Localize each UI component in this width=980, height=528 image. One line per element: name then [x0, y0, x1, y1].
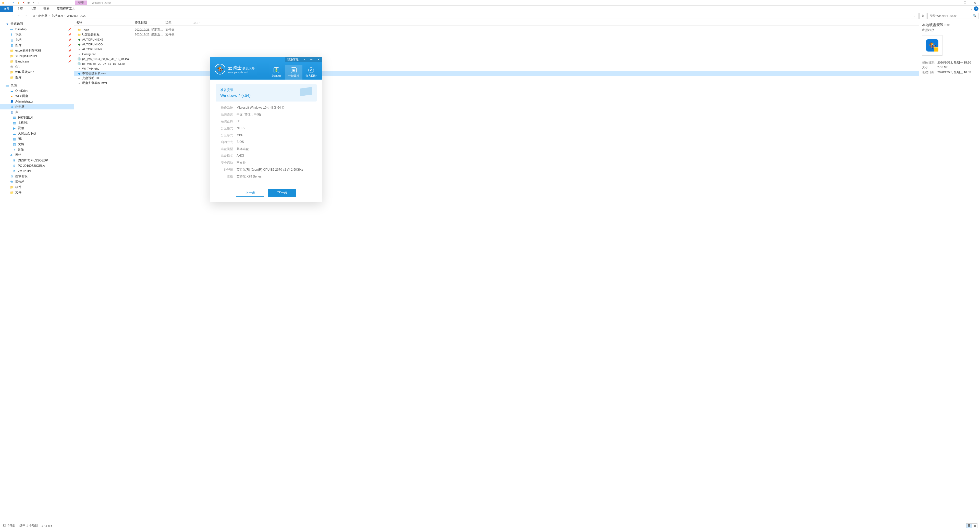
nav-yunru[interactable]: 📁YUNQISHI2019📌 [0, 53, 74, 59]
nav-software[interactable]: 📁软件 [0, 184, 74, 190]
maximize-button[interactable]: ☐ [959, 0, 970, 6]
nav-video[interactable]: ▶视频 [0, 125, 74, 131]
minimize-icon[interactable]: ─ [308, 57, 315, 62]
search-box[interactable]: 🔍 [928, 13, 978, 19]
menu-icon[interactable]: ≡ [301, 57, 308, 62]
nav-music[interactable]: ♪音乐 [0, 147, 74, 152]
nav-label: 音乐 [18, 147, 24, 152]
install-card: 准备安装: Windows 7 (x64) [216, 84, 317, 101]
file-row[interactable]: 💿pe_yqs_xp_20_07_31_15_53.iso [74, 61, 919, 66]
nav-pc2[interactable]: 🖥PC-20190530OBLA [0, 163, 74, 168]
nav-files[interactable]: 📁文件 [0, 190, 74, 195]
nav-docs[interactable]: ▤文档📌 [0, 37, 74, 43]
contact-button[interactable]: 联系客服 [285, 57, 301, 62]
crumb-drive[interactable]: 文档 (E:) [50, 14, 64, 18]
file-row[interactable]: 📁Tools2020/12/25, 星期五 1...文件夹 [74, 27, 919, 32]
preview-pane: 本地硬盘安装.exe 应用程序 🏇 修改日期:2020/10/12, 星期一 1… [919, 20, 980, 523]
next-button[interactable]: 下一步 [268, 189, 296, 197]
forward-button[interactable]: → [9, 13, 15, 19]
nav-win7re[interactable]: 📁win7重装win7 [0, 70, 74, 75]
nav-controlpanel[interactable]: ⚙控制面板 [0, 174, 74, 179]
nav-wps[interactable]: ●WPS网盘 [0, 94, 74, 99]
info-value: 基本磁盘 [237, 147, 249, 151]
properties-icon[interactable]: ◉ [27, 1, 30, 5]
file-row[interactable]: ◆本地硬盘安装.exe [74, 71, 919, 76]
close-button[interactable]: ✕ [970, 0, 980, 6]
nav-libraries[interactable]: ▥库 [0, 109, 74, 115]
file-row[interactable]: ▫AUTORUN.INF [74, 47, 919, 52]
nav-pictures2[interactable]: 📁图片 [0, 75, 74, 80]
tab-website[interactable]: e官方网址 [302, 65, 320, 79]
nav-quick-access[interactable]: ★快速访问 [0, 21, 74, 27]
nav-excel[interactable]: 📁excel表格制作求和📌 [0, 48, 74, 53]
search-icon[interactable]: 🔍 [973, 14, 977, 17]
folder-icon[interactable]: ▮ [16, 1, 21, 5]
nav-thispc[interactable]: 🖥此电脑 [0, 104, 74, 109]
details-view-button[interactable]: ☰ [966, 523, 972, 528]
file-row[interactable]: ▫Win7x64.gho [74, 66, 919, 71]
col-name[interactable]: 名称⌵ [74, 20, 133, 25]
back-button[interactable]: ← [2, 13, 8, 19]
minimize-button[interactable]: ─ [950, 0, 959, 6]
nav-pictures[interactable]: ▦图片📌 [0, 43, 74, 48]
nav-admin[interactable]: 👤Administrator [0, 99, 74, 104]
info-row: 操作系统Microsoft Windows 10 企业版 64 位 [217, 106, 316, 110]
ribbon-home[interactable]: 主页 [13, 6, 27, 12]
ribbon-share[interactable]: 共享 [27, 6, 40, 12]
manage-tab[interactable]: 管理 [75, 0, 87, 5]
thumbnails-view-button[interactable]: ▦ [972, 523, 977, 528]
ribbon-apptools[interactable]: 应用程序工具 [53, 6, 79, 12]
nav-tianyi[interactable]: ☁天翼云盘下载 [0, 131, 74, 136]
info-label: 系统语言 [217, 113, 233, 117]
search-input[interactable] [929, 14, 973, 17]
nav-desktop-header[interactable]: ▬桌面 [0, 82, 74, 88]
recent-dropdown[interactable]: ▾ [16, 13, 22, 19]
ribbon-view[interactable]: 查看 [40, 6, 53, 12]
nav-downloads[interactable]: ⬇下载📌 [0, 32, 74, 37]
refresh-button[interactable]: ↻ [919, 13, 926, 19]
picture-icon: ▦ [12, 137, 16, 141]
delete-icon[interactable]: ✕ [21, 1, 25, 5]
info-label: 启动方式 [217, 140, 233, 144]
col-size[interactable]: 大小 [191, 20, 217, 25]
file-row[interactable]: ◆AUTORUN.EXE [74, 37, 919, 42]
nav-pc3[interactable]: 🖥ZMT2019 [0, 168, 74, 174]
file-row[interactable]: 💿pe_yqs_1064_20_07_31_16_04.iso [74, 56, 919, 61]
addressbar-dropdown[interactable]: ⌵ [912, 13, 918, 19]
file-row[interactable]: ◆AUTORUN.ICO [74, 42, 919, 47]
prev-button[interactable]: 上一步 [236, 189, 264, 197]
help-icon[interactable]: ? [974, 6, 978, 11]
nav-label: 桌面 [11, 83, 17, 87]
nav-bandicam[interactable]: 📁Bandicam📌 [0, 59, 74, 64]
nav-localphotos[interactable]: ▦本机照片 [0, 120, 74, 125]
nav-onedrive[interactable]: ☁OneDrive [0, 88, 74, 94]
nav-docs2[interactable]: ▤文档 [0, 141, 74, 147]
dropdown-icon[interactable]: ▾ [32, 1, 36, 5]
nav-savedpics[interactable]: ▦保存的图片 [0, 115, 74, 120]
nav-pictures3[interactable]: ▦图片 [0, 136, 74, 141]
chevron-down-icon[interactable]: ⌵ [970, 7, 972, 11]
nav-recycle[interactable]: 🗑回收站 [0, 179, 74, 184]
file-row[interactable]: 📁U盘安装教程2020/12/25, 星期五 1...文件夹 [74, 32, 919, 37]
col-type[interactable]: 类型 [163, 20, 191, 25]
file-row[interactable]: ▫Config.dat [74, 52, 919, 56]
nav-network[interactable]: 🖧网络 [0, 152, 74, 158]
pin-icon: 📌 [68, 44, 71, 47]
crumb-thispc[interactable]: 此电脑 [37, 14, 48, 18]
ribbon-file[interactable]: 文件 [0, 6, 13, 12]
nav-pc1[interactable]: 🖥DESKTOP-LSSOEDP [0, 158, 74, 163]
nav-desktop[interactable]: ▬Desktop📌 [0, 27, 74, 32]
check-icon[interactable]: ✓ [11, 1, 15, 5]
crumb-folder[interactable]: Win7x64_2020 [66, 14, 88, 18]
desktop-icon: ▬ [5, 83, 9, 87]
tab-install[interactable]: ▣一键装机 [285, 65, 302, 79]
breadcrumb[interactable]: 🖥 › 此电脑 › 文档 (E:) › Win7x64_2020 [30, 13, 910, 19]
tab-usb[interactable]: 🔋启动U盘 [268, 65, 285, 79]
col-date[interactable]: 修改日期 [133, 20, 163, 25]
up-button[interactable]: ↑ [23, 13, 29, 19]
nav-label: 此电脑 [15, 105, 24, 109]
file-row[interactable]: ≡光盘说明.TXT [74, 76, 919, 81]
file-row[interactable]: ▫硬盘安装教程.html [74, 81, 919, 86]
close-icon[interactable]: ✕ [315, 57, 322, 62]
nav-gdrive[interactable]: ⛃G:\ [0, 64, 74, 70]
